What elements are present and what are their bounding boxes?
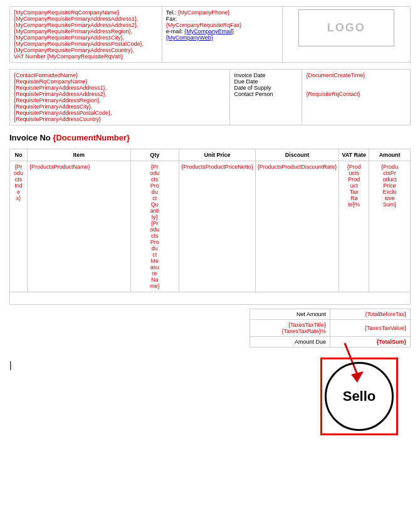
due-date-label: Due Date xyxy=(234,78,298,85)
sello-outer-border: Sello xyxy=(320,358,398,435)
sello-stamp: Sello xyxy=(325,362,394,431)
tel-value: {MyCompanyPhone} xyxy=(178,9,230,16)
email-label: e-mail: xyxy=(166,28,185,34)
supply-date-value xyxy=(306,85,406,91)
table-row: {ProductsIndex} {ProductsProductName} {P… xyxy=(10,161,411,292)
fax-value: {MyCompanyRequisiteRqFax} xyxy=(166,22,242,28)
requisite-company-name: {RequisiteRqCompanyName} xyxy=(14,78,226,85)
company-fax: Fax: xyxy=(166,16,278,22)
date-of-supply-label: Date of Supply xyxy=(234,85,298,91)
product-vat-rate: {ProductsProductTaxRate}% xyxy=(339,161,369,292)
company-city: {MyCompanyRequisitePrimaryAddressCity}, xyxy=(14,34,158,41)
product-amount: {ProductsProductPriceExclusiveSum} xyxy=(369,161,411,292)
company-vat: VAT Number {MyCompanyRequisiteRqVatI} xyxy=(14,53,158,60)
header-unit-price: Unit Price xyxy=(179,149,256,161)
invoice-number-heading: Invoice No {DocumentNumber} xyxy=(9,133,411,142)
product-qty: {ProductsProductQuantity}{ProductsProduc… xyxy=(130,161,179,292)
requisite-address1: {RequisitePrimaryAddressAddress1}, xyxy=(14,85,226,91)
email-value: {MyCompanyEmail} xyxy=(184,28,234,34)
company-name: {MyCompanyRequisiteRqCompanyName} xyxy=(14,9,158,16)
invoice-values-cell: {DocumentCreateTime} {RequisiteRqContact… xyxy=(302,70,411,125)
requisite-region: {RequisitePrimaryAddressRegion}, xyxy=(14,97,226,103)
header-amount: Amount xyxy=(369,149,411,161)
product-unit-price: {ProductsProductPriceNetto} xyxy=(179,161,256,292)
invoice-date-label: Invoice Date xyxy=(234,72,298,78)
requisite-postal: {RequisitePrimaryAddressPostalCode}, xyxy=(14,110,226,116)
header-no: No xyxy=(10,149,28,161)
totals-spacer-1 xyxy=(9,309,250,320)
document-number: {DocumentNumber} xyxy=(53,133,130,142)
company-region: {MyCompanyRequisitePrimaryAddressRegion}… xyxy=(14,28,158,34)
company-postal: {MyCompanyRequisitePrimaryAddressPostalC… xyxy=(14,41,158,47)
footer-section: | Sello xyxy=(9,360,411,435)
bill-to-cell: {ContactFormattedName} {RequisiteRqCompa… xyxy=(10,70,230,125)
company-email: e-mail: {MyCompanyEmail} xyxy=(166,28,278,34)
tel-label: Tel.: xyxy=(166,9,178,16)
contact-person-label: Contact Person xyxy=(234,91,298,97)
tax-value: {TaxesTaxValue} xyxy=(330,320,411,337)
sello-text: Sello xyxy=(343,388,376,405)
invoice-number-label: Invoice No xyxy=(9,133,53,142)
empty-row xyxy=(10,292,411,305)
logo-cell: LOGO xyxy=(282,7,411,63)
sello-container: Sello xyxy=(320,358,398,435)
logo-box: LOGO xyxy=(298,9,394,46)
requisite-country: {RequisitePrimaryAddressCountry} xyxy=(14,116,226,122)
create-time-value: {DocumentCreateTime} xyxy=(306,72,406,78)
header-item: Item xyxy=(27,149,130,161)
product-name: {ProductsProductName} xyxy=(27,161,130,292)
company-contact-cell: Tel.: {MyCompanyPhone} Fax: {MyCompanyRe… xyxy=(162,7,282,63)
company-info-cell: {MyCompanyRequisiteRqCompanyName} {MyCom… xyxy=(10,7,162,63)
cursor-indicator: | xyxy=(9,360,12,370)
company-tel: Tel.: {MyCompanyPhone} xyxy=(166,9,278,16)
totals-spacer-2 xyxy=(9,320,250,337)
header-qty: Qty xyxy=(130,149,179,161)
company-address2: {MyCompanyRequisitePrimaryAddressAddress… xyxy=(14,22,158,28)
due-date-value xyxy=(306,78,406,85)
fax-label: Fax: xyxy=(166,16,177,22)
net-amount-row: Net Amount {TotalBeforeTax} xyxy=(9,309,411,320)
amount-due-label: Amount Due xyxy=(250,337,330,347)
tax-row: {TaxesTaxTitle} {TaxesTaxRate}% {TaxesTa… xyxy=(9,320,411,337)
company-country: {MyCompanyRequisitePrimaryAddressCountry… xyxy=(14,47,158,53)
tax-label: {TaxesTaxTitle} {TaxesTaxRate}% xyxy=(250,320,330,337)
net-amount-label: Net Amount xyxy=(250,309,330,320)
header-discount: Discount xyxy=(255,149,339,161)
totals-spacer-3 xyxy=(9,337,250,347)
company-fax-value: {MyCompanyRequisiteRqFax} xyxy=(166,22,278,28)
header-table: {MyCompanyRequisiteRqCompanyName} {MyCom… xyxy=(9,6,411,63)
web-value: {MyCompanyWeb} xyxy=(166,34,213,41)
invoice-info-table: {ContactFormattedName} {RequisiteRqCompa… xyxy=(9,69,411,125)
products-table: No Item Qty Unit Price Discount VAT Rate… xyxy=(9,149,411,305)
company-web: {MyCompanyWeb} xyxy=(166,34,278,41)
requisite-city: {RequisitePrimaryAddressCity}, xyxy=(14,103,226,110)
contact-formatted-name: {ContactFormattedName} xyxy=(14,72,226,78)
product-discount: {ProductsProductDiscountRate} xyxy=(255,161,339,292)
invoice-labels-cell: Invoice Date Due Date Date of Supply Con… xyxy=(230,70,302,125)
header-vat-rate: VAT Rate xyxy=(339,149,369,161)
contact-value: {RequisiteRqContact} xyxy=(306,91,406,97)
product-no: {ProductsIndex} xyxy=(10,161,28,292)
net-amount-value: {TotalBeforeTax} xyxy=(330,309,411,320)
requisite-address2: {RequisitePrimaryAddressAddress2}, xyxy=(14,91,226,97)
company-address1: {MyCompanyRequisitePrimaryAddressAddress… xyxy=(14,16,158,22)
